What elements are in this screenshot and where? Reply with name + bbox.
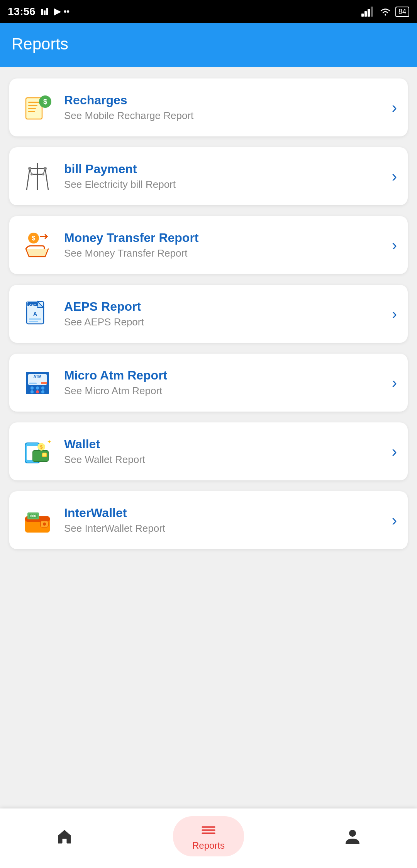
money-transfer-arrow: › [392,237,397,254]
svg-text:ATM: ATM [34,374,42,379]
svg-rect-8 [28,102,40,103]
wallet-text: Wallet See Wallet Report [64,437,383,466]
nav-reports[interactable]: Reports [173,816,244,856]
svg-point-39 [41,386,44,390]
svg-rect-4 [364,11,367,17]
svg-line-18 [45,168,48,190]
svg-point-22 [44,167,47,170]
aeps-text: AEPS Report See AEPS Report [64,300,383,328]
micro-atm-card[interactable]: ATM Micro Atm Report See Micro Atm Repor… [9,354,408,412]
svg-rect-1 [44,10,46,15]
svg-text:$: $ [40,444,43,450]
micro-atm-title: Micro Atm Report [64,368,383,383]
svg-text:A: A [33,311,37,317]
wallet-subtitle: See Wallet Report [64,454,383,466]
svg-line-17 [27,168,30,190]
svg-point-42 [41,390,44,393]
nav-reports-label: Reports [192,840,225,851]
micro-atm-text: Micro Atm Report See Micro Atm Report [64,368,383,397]
svg-rect-3 [361,14,364,17]
money-transfer-text: Money Transfer Report See Money Transfer… [64,231,383,259]
svg-point-23 [31,173,33,175]
svg-rect-9 [28,105,37,106]
recharge-icon: $ [20,90,55,125]
wallet-icon: $ ✦ [20,434,55,469]
svg-rect-33 [29,321,38,322]
recharges-title: Recharges [64,93,383,107]
micro-atm-arrow: › [392,374,397,391]
bill-payment-card[interactable]: bill Payment See Electricity bill Report… [9,147,408,205]
svg-point-62 [349,830,356,837]
interwallet-title: InterWallet [64,506,383,520]
svg-text:$$$: $$$ [30,514,36,518]
interwallet-text: InterWallet See InterWallet Report [64,506,383,534]
nav-home[interactable] [44,824,85,849]
svg-rect-0 [41,9,43,15]
aeps-title: AEPS Report [64,300,383,314]
aeps-icon: AEP A [20,296,55,331]
money-transfer-subtitle: See Money Transfer Report [64,247,383,259]
svg-rect-2 [46,8,48,15]
recharges-card[interactable]: $ Recharges See Mobile Recharge Report › [9,78,408,136]
svg-rect-6 [371,7,373,17]
wallet-title: Wallet [64,437,383,451]
svg-rect-5 [368,9,370,17]
status-right-icons: 84 [361,7,409,17]
svg-rect-48 [42,453,47,457]
interwallet-arrow: › [392,512,397,529]
bill-payment-subtitle: See Electricity bill Report [64,179,383,191]
svg-point-24 [42,173,44,175]
money-transfer-icon: $ [20,228,55,262]
page-header: Reports [0,23,417,67]
recharges-subtitle: See Mobile Recharge Report [64,110,383,122]
interwallet-icon: $$$ [20,503,55,538]
bill-payment-arrow: › [392,168,397,185]
svg-point-55 [43,523,46,526]
interwallet-card[interactable]: $$$ InterWallet See InterWallet Report › [9,491,408,549]
wallet-arrow: › [392,443,397,460]
nav-profile[interactable] [332,824,373,849]
wallet-card[interactable]: $ ✦ Wallet See Wallet Report › [9,422,408,480]
aeps-card[interactable]: AEP A AEPS Report See AEPS Report › [9,285,408,343]
svg-text:✦: ✦ [47,439,52,445]
money-transfer-card[interactable]: $ Money Transfer Report See Money Transf… [9,216,408,274]
svg-point-37 [31,386,34,390]
svg-point-38 [36,386,39,390]
bill-payment-text: bill Payment See Electricity bill Report [64,162,383,191]
aeps-arrow: › [392,305,397,323]
svg-rect-32 [29,318,41,320]
svg-text:AEP: AEP [29,303,36,306]
interwallet-subtitle: See InterWallet Report [64,523,383,534]
svg-text:$: $ [43,98,47,106]
bottom-nav: Reports [0,808,417,868]
atm-icon: ATM [20,365,55,400]
svg-rect-10 [28,108,36,109]
reports-list: $ Recharges See Mobile Recharge Report › [0,67,417,561]
aeps-subtitle: See AEPS Report [64,316,383,328]
money-transfer-title: Money Transfer Report [64,231,383,245]
page-title: Reports [12,35,405,53]
status-time: 13:56 ▶ •• [8,5,70,18]
bill-icon [20,159,55,194]
recharges-text: Recharges See Mobile Recharge Report [64,93,383,122]
micro-atm-subtitle: See Micro Atm Report [64,385,383,397]
svg-text:$: $ [32,235,36,242]
svg-rect-43 [29,383,37,384]
recharges-arrow: › [392,99,397,116]
svg-rect-44 [41,382,47,384]
status-bar: 13:56 ▶ •• 84 [0,0,417,23]
svg-point-41 [36,390,39,393]
svg-point-40 [31,390,34,393]
bill-payment-title: bill Payment [64,162,383,176]
svg-point-21 [28,167,31,170]
svg-rect-11 [28,111,35,112]
